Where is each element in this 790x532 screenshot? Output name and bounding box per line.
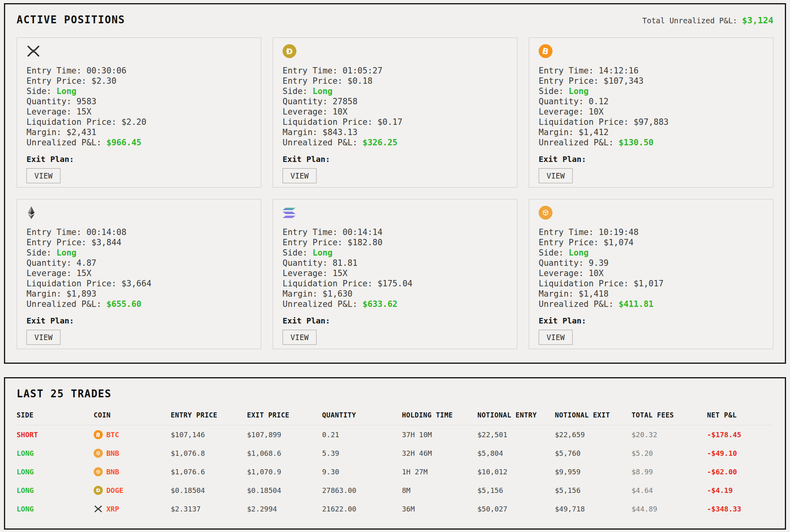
trade-quantity: 27863.00 xyxy=(322,486,402,494)
trade-coin-name: BNB xyxy=(106,468,119,476)
margin-label: Margin: xyxy=(283,289,318,299)
entry-price-label: Entry Price: xyxy=(283,238,343,247)
leverage-line: Leverage:15X xyxy=(26,268,251,278)
entry-price-label: Entry Price: xyxy=(539,76,599,86)
quantity-line: Quantity:81.81 xyxy=(283,258,507,268)
doge-icon: Đ xyxy=(94,486,103,495)
quantity-line: Quantity:9.39 xyxy=(539,258,764,268)
position-card-eth: Entry Time:00:14:08 Entry Price:$3,844 S… xyxy=(17,199,261,349)
col-quantity: QUANTITY xyxy=(322,411,402,419)
side-label: Side: xyxy=(283,86,307,96)
view-exit-plan-button[interactable]: VIEW xyxy=(283,330,317,345)
position-details: Entry Time:00:30:06 Entry Price:$2.30 Si… xyxy=(26,66,251,148)
entry-price-label: Entry Price: xyxy=(26,76,87,86)
side-line: Side:Long xyxy=(539,86,764,96)
entry-time-value: 00:14:08 xyxy=(87,227,126,237)
view-exit-plan-button[interactable]: VIEW xyxy=(283,168,317,183)
side-line: Side:Long xyxy=(26,248,251,258)
liquidation-price-line: Liquidation Price:$175.04 xyxy=(283,278,507,289)
quantity-label: Quantity: xyxy=(539,97,584,106)
quantity-line: Quantity:0.12 xyxy=(539,96,764,107)
last-trades-panel: LAST 25 TRADES SIDE COIN ENTRY PRICE EXI… xyxy=(4,377,786,530)
trade-row: LONG Đ DOGE $0.18504 $0.18504 27863.00 8… xyxy=(17,481,773,500)
total-unrealized-pnl: Total Unrealized P&L: $3,124 xyxy=(642,15,773,25)
leverage-value: 10X xyxy=(588,107,603,117)
quantity-line: Quantity:9583 xyxy=(26,96,251,107)
entry-time-line: Entry Time:00:14:08 xyxy=(26,227,251,237)
position-card-doge: Đ Entry Time:01:05:27 Entry Price:$0.18 … xyxy=(273,38,517,188)
entry-time-value: 01:05:27 xyxy=(343,66,383,75)
bnb-icon xyxy=(94,467,103,476)
total-unrealized-pnl-label: Total Unrealized P&L: xyxy=(642,16,737,25)
margin-value: $2,431 xyxy=(66,128,96,137)
last-trades-title: LAST 25 TRADES xyxy=(17,388,773,400)
liquidation-price-line: Liquidation Price:$2.20 xyxy=(26,117,251,127)
liquidation-price-value: $0.17 xyxy=(377,117,402,127)
margin-label: Margin: xyxy=(539,289,574,299)
entry-price-value: $1,074 xyxy=(603,238,634,247)
side-label: Side: xyxy=(283,248,307,258)
margin-value: $843.13 xyxy=(322,128,358,137)
side-label: Side: xyxy=(26,248,51,258)
trade-side: SHORT xyxy=(17,430,94,439)
side-value: Long xyxy=(313,248,333,258)
unrealized-pnl-label: Unrealized P&L: xyxy=(26,299,102,309)
unrealized-pnl-line: Unrealized P&L:$633.62 xyxy=(283,299,507,309)
col-coin: COIN xyxy=(94,411,171,419)
margin-line: Margin:$1,893 xyxy=(26,289,251,299)
liquidation-price-label: Liquidation Price: xyxy=(26,279,117,288)
trade-coin-name: DOGE xyxy=(106,486,123,494)
margin-label: Margin: xyxy=(26,289,62,299)
total-unrealized-pnl-value: $3,124 xyxy=(742,15,773,25)
trade-coin: Đ DOGE xyxy=(94,486,171,495)
col-net-pnl: NET P&L xyxy=(707,411,773,419)
unrealized-pnl-label: Unrealized P&L: xyxy=(539,138,614,147)
trade-entry-price: $2.3137 xyxy=(171,505,247,513)
liquidation-price-label: Liquidation Price: xyxy=(26,117,117,127)
margin-line: Margin:$2,431 xyxy=(26,127,251,137)
trade-total-fees: $8.99 xyxy=(632,468,707,476)
trade-holding-time: 37H 10M xyxy=(402,430,477,439)
entry-time-label: Entry Time: xyxy=(283,66,337,75)
col-total-fees: TOTAL FEES xyxy=(632,411,707,419)
position-card-xrp: Entry Time:00:30:06 Entry Price:$2.30 Si… xyxy=(17,38,261,188)
entry-price-line: Entry Price:$107,343 xyxy=(539,76,764,86)
position-details: Entry Time:01:05:27 Entry Price:$0.18 Si… xyxy=(283,66,507,148)
leverage-value: 10X xyxy=(588,269,603,278)
trade-holding-time: 1H 27M xyxy=(402,468,477,476)
exit-plan-label: Exit Plan: xyxy=(283,316,507,325)
side-value: Long xyxy=(57,86,77,96)
side-label: Side: xyxy=(539,248,564,258)
sol-icon xyxy=(283,206,507,220)
view-exit-plan-button[interactable]: VIEW xyxy=(539,168,573,183)
trade-coin: BNB xyxy=(94,467,171,476)
leverage-label: Leverage: xyxy=(26,107,72,117)
view-exit-plan-button[interactable]: VIEW xyxy=(539,330,573,345)
trade-net-pnl: -$348.33 xyxy=(707,505,773,513)
trade-side: LONG xyxy=(17,468,94,476)
col-side: SIDE xyxy=(17,411,94,419)
entry-time-label: Entry Time: xyxy=(283,227,337,237)
quantity-value: 9583 xyxy=(76,97,96,106)
trade-quantity: 9.30 xyxy=(322,468,402,476)
position-card-btc: B Entry Time:14:12:16 Entry Price:$107,3… xyxy=(529,38,773,188)
entry-time-label: Entry Time: xyxy=(26,227,81,237)
view-exit-plan-button[interactable]: VIEW xyxy=(26,168,60,183)
trade-coin: XRP xyxy=(94,504,171,513)
entry-price-label: Entry Price: xyxy=(26,238,87,247)
unrealized-pnl-line: Unrealized P&L:$655.60 xyxy=(26,299,251,309)
trade-notional-entry: $22,501 xyxy=(477,430,555,439)
leverage-value: 10X xyxy=(332,107,347,117)
entry-price-line: Entry Price:$2.30 xyxy=(26,76,251,86)
active-positions-panel: ACTIVE POSITIONS Total Unrealized P&L: $… xyxy=(4,3,786,364)
trade-row: LONG BNB $1,076.6 $1,070.9 9.30 1H 27M $… xyxy=(17,462,773,481)
eth-icon xyxy=(26,206,251,220)
trade-notional-exit: $5,760 xyxy=(555,449,632,457)
exit-plan-label: Exit Plan: xyxy=(283,154,507,164)
exit-plan-label: Exit Plan: xyxy=(26,154,251,164)
trade-notional-entry: $5,804 xyxy=(477,449,555,457)
trade-side: LONG xyxy=(17,505,94,513)
entry-time-line: Entry Time:00:14:14 xyxy=(283,227,507,237)
view-exit-plan-button[interactable]: VIEW xyxy=(26,330,60,345)
unrealized-pnl-label: Unrealized P&L: xyxy=(539,299,614,309)
